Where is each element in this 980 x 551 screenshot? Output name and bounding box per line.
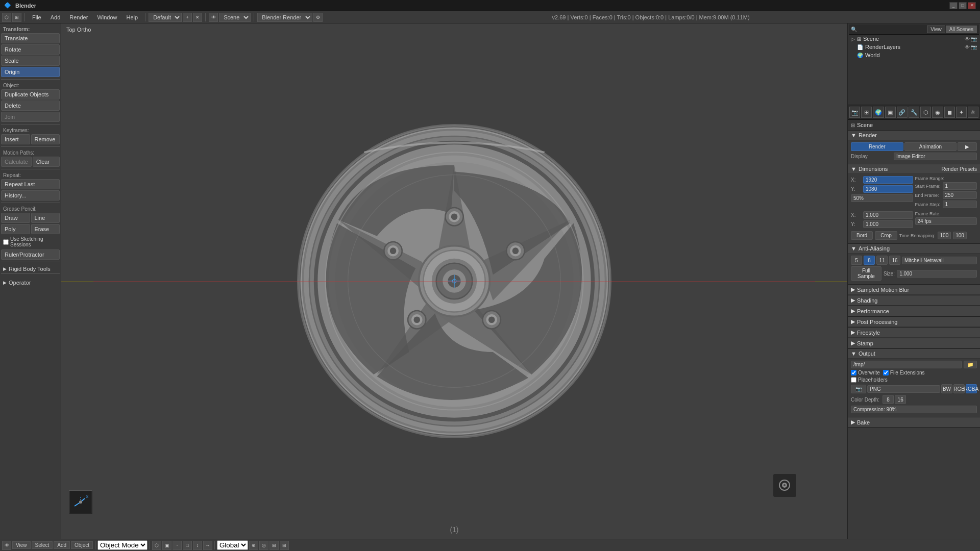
poly-button[interactable]: Poly — [1, 224, 30, 234]
tab-view[interactable]: View — [927, 26, 945, 33]
bottom-icon-8[interactable]: ⊞ — [280, 541, 289, 550]
calculate-button[interactable]: Calculate — [1, 157, 32, 167]
mode-select[interactable]: Default — [149, 13, 182, 22]
end-frame-input[interactable]: 250 — [943, 191, 977, 199]
scene-eye-icon[interactable]: 👁 — [965, 36, 970, 42]
close-button[interactable]: ✕ — [968, 2, 976, 9]
scale-button[interactable]: Scale — [1, 56, 60, 66]
tree-item-renderlayers[interactable]: 📄 RenderLayers 👁 📷 — [849, 43, 979, 51]
motion-blur-header[interactable]: ▶ Sampled Motion Blur — [848, 285, 980, 295]
render-icon-btn[interactable]: 📷 — [849, 107, 860, 118]
icon-btn-1[interactable]: ⬡ — [2, 13, 11, 22]
repeat-last-button[interactable]: Repeat Last — [1, 179, 60, 189]
new-value-input[interactable]: 100 — [953, 232, 967, 239]
tree-item-scene[interactable]: ▷ ⊞ Scene 👁 📷 — [849, 35, 979, 43]
menu-window[interactable]: Window — [93, 13, 121, 21]
depth-16-btn[interactable]: 16 — [895, 395, 906, 404]
bottom-icon-1[interactable]: ⬡ — [152, 541, 161, 550]
placeholders-checkbox[interactable] — [851, 377, 856, 383]
bake-header[interactable]: ▶ Bake — [848, 417, 980, 428]
crop-button[interactable]: Crop — [875, 231, 897, 240]
aspect-y-input[interactable]: 1.000 — [863, 220, 913, 228]
constraints-icon-btn[interactable]: 🔗 — [897, 107, 908, 118]
tab-all-scenes[interactable]: All Scenes — [946, 26, 977, 33]
bottom-icon-6[interactable]: ↔ — [203, 541, 212, 550]
operator-header[interactable]: ▶ Operator — [1, 278, 60, 287]
aspect-x-input[interactable]: 1.000 — [863, 211, 913, 219]
format-select[interactable]: PNG — [867, 385, 940, 393]
menu-help[interactable]: Help — [122, 13, 142, 21]
add-btn[interactable]: Add — [54, 541, 70, 549]
object-mode-select[interactable]: Object Mode — [97, 540, 148, 550]
mode-icon2[interactable]: ✕ — [193, 13, 202, 22]
line-button[interactable]: Line — [31, 213, 60, 223]
sketching-sessions-checkbox[interactable] — [3, 239, 9, 245]
particles-icon-btn[interactable]: ✦ — [956, 107, 967, 118]
render-section-header[interactable]: ▼ Render — [848, 131, 980, 140]
old-value-input[interactable]: 100 — [938, 232, 951, 239]
menu-add[interactable]: Add — [46, 13, 65, 21]
bottom-icon-7[interactable]: ⊞ — [270, 541, 279, 550]
file-ext-checkbox[interactable] — [883, 370, 889, 375]
bottom-icon-4[interactable]: □ — [183, 541, 192, 550]
depth-8-btn[interactable]: 8 — [883, 395, 894, 404]
view-icon-bottom[interactable]: 👁 — [2, 541, 11, 550]
bottom-icon-3[interactable]: · — [173, 541, 182, 550]
menu-render[interactable]: Render — [65, 13, 92, 21]
size-input[interactable]: 1.000 — [897, 270, 977, 278]
rgb-btn[interactable]: RGB — [953, 384, 965, 393]
render-presets-btn[interactable]: Render Presets — [942, 166, 977, 172]
output-header[interactable]: ▼ Output — [848, 349, 980, 359]
output-path-input[interactable]: /tmp/ — [851, 361, 962, 368]
material-icon-btn[interactable]: ◉ — [932, 107, 943, 118]
aa-type-select[interactable]: Mitchell-Netravali — [902, 257, 977, 264]
output-path-browse[interactable]: 📁 — [964, 361, 977, 368]
join-button[interactable]: Join — [1, 112, 60, 122]
select-btn[interactable]: Select — [32, 541, 53, 549]
shading-header[interactable]: ▶ Shading — [848, 295, 980, 306]
bottom-icon-5[interactable]: ↕ — [193, 541, 202, 550]
aa-8-btn[interactable]: 8 — [864, 256, 875, 265]
frame-step-input[interactable]: 1 — [943, 201, 977, 208]
insert-button[interactable]: Insert — [1, 134, 30, 144]
clear-button[interactable]: Clear — [33, 157, 60, 167]
rl-render-icon[interactable]: 📷 — [971, 44, 977, 50]
snap-icon[interactable]: ⊕ — [249, 541, 258, 550]
overwrite-checkbox[interactable] — [851, 370, 856, 375]
scene-icon-btn[interactable]: ⊞ — [861, 107, 872, 118]
rgba-btn[interactable]: RGBA — [966, 384, 977, 393]
freestyle-header[interactable]: ▶ Freestyle — [848, 328, 980, 338]
engine-select[interactable]: Blender Render — [257, 13, 312, 22]
res-y-input[interactable]: 1080 — [863, 185, 913, 193]
physics-icon-btn[interactable]: ⚛ — [968, 107, 978, 118]
aa-5-btn[interactable]: 5 — [851, 256, 862, 265]
rotate-button[interactable]: Rotate — [1, 44, 60, 55]
mode-icon[interactable]: + — [183, 13, 192, 22]
icon-btn-2[interactable]: ⊞ — [12, 13, 21, 22]
search-icon[interactable]: 🔍 — [851, 27, 857, 32]
format-btn[interactable]: 📷 — [851, 385, 866, 393]
border-button[interactable]: Bord — [851, 231, 873, 240]
fps-input[interactable]: 24 fps — [915, 217, 977, 225]
post-processing-header[interactable]: ▶ Post Processing — [848, 317, 980, 327]
full-sample-btn[interactable]: Full Sample — [851, 266, 881, 281]
animation-button[interactable]: Animation — [904, 142, 957, 151]
origin-button[interactable]: Origin — [1, 67, 60, 77]
ruler-protractor-button[interactable]: Ruler/Protractor — [1, 249, 60, 260]
scene-select[interactable]: Scene — [219, 13, 251, 22]
stamp-header[interactable]: ▶ Stamp — [848, 338, 980, 348]
proportional-icon[interactable]: ◎ — [259, 541, 268, 550]
res-x-input[interactable]: 1920 — [863, 176, 913, 184]
start-frame-input[interactable]: 1 — [943, 182, 977, 190]
data-icon-btn[interactable]: ⬡ — [920, 107, 931, 118]
history-button[interactable]: History... — [1, 190, 60, 201]
render-button[interactable]: Render — [851, 142, 903, 151]
draw-button[interactable]: Draw — [1, 213, 30, 223]
global-select[interactable]: Global — [217, 540, 248, 550]
erase-button[interactable]: Erase — [31, 224, 60, 234]
dimensions-header[interactable]: ▼ Dimensions Render Presets — [848, 164, 980, 174]
view-icon[interactable]: 👁 — [209, 13, 218, 22]
viewport[interactable]: Top Ortho — [61, 23, 847, 539]
rigid-body-tools-header[interactable]: ▶ Rigid Body Tools — [1, 264, 60, 273]
modifier-icon-btn[interactable]: 🔧 — [909, 107, 919, 118]
